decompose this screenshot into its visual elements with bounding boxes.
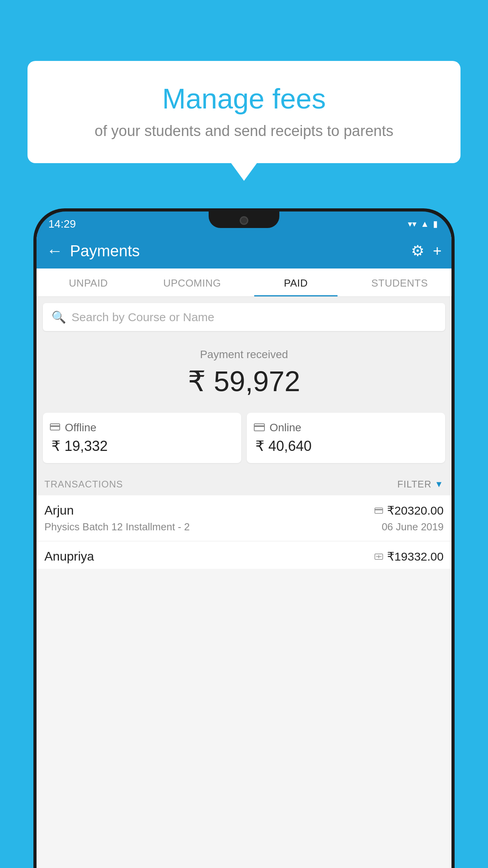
tab-students[interactable]: STUDENTS <box>348 268 451 296</box>
transaction-amount-wrap-2: ₹19332.00 <box>374 550 444 563</box>
svg-rect-4 <box>375 508 383 513</box>
payment-type-icon-2 <box>374 551 383 562</box>
add-button[interactable]: + <box>433 243 442 259</box>
online-icon <box>254 422 265 434</box>
online-card-header: Online <box>254 421 438 434</box>
app-bar: ← Payments ⚙ + <box>37 233 451 268</box>
signal-icon: ▲ <box>420 219 429 229</box>
transaction-name-2: Anupriya <box>44 549 94 564</box>
svg-rect-3 <box>254 425 264 427</box>
transaction-amount-wrap: ₹20320.00 <box>374 504 444 517</box>
transaction-amount: ₹20320.00 <box>387 504 444 517</box>
transaction-item-arjun[interactable]: Arjun ₹20320.00 Physics <box>37 495 451 541</box>
tab-unpaid[interactable]: UNPAID <box>37 268 140 296</box>
online-card: Online ₹ 40,640 <box>247 413 445 463</box>
speech-bubble-container: Manage fees of your students and send re… <box>28 61 460 163</box>
offline-amount: ₹ 19,332 <box>50 438 234 454</box>
transaction-amount-2: ₹19332.00 <box>387 550 444 563</box>
transaction-detail-row: Physics Batch 12 Installment - 2 06 June… <box>44 521 444 533</box>
filter-button[interactable]: FILTER ▼ <box>397 479 444 490</box>
transaction-row-top: Arjun ₹20320.00 <box>44 503 444 518</box>
front-camera <box>240 216 248 225</box>
payment-label: Payment received <box>44 348 444 361</box>
phone-notch <box>209 211 279 228</box>
main-content: 🔍 Search by Course or Name Payment recei… <box>37 297 451 569</box>
search-bar[interactable]: 🔍 Search by Course or Name <box>43 303 445 331</box>
transactions-header: TRANSACTIONS FILTER ▼ <box>37 472 451 495</box>
offline-icon <box>50 422 60 434</box>
svg-rect-2 <box>254 424 264 431</box>
transaction-date: 06 June 2019 <box>382 521 444 533</box>
offline-label: Offline <box>65 421 96 434</box>
phone-inner: 14:29 ▾▾ ▲ ▮ ← Payments ⚙ + UNPAID UPCO <box>37 211 451 868</box>
app-screen: ← Payments ⚙ + UNPAID UPCOMING PAID STUD… <box>37 233 451 868</box>
payment-amount: ₹ 59,972 <box>44 365 444 398</box>
speech-bubble-subtitle: of your students and send receipts to pa… <box>51 123 437 140</box>
search-icon: 🔍 <box>51 310 66 324</box>
tabs-bar: UNPAID UPCOMING PAID STUDENTS <box>37 268 451 297</box>
transaction-name: Arjun <box>44 503 74 518</box>
online-label: Online <box>270 421 301 434</box>
offline-card: Offline ₹ 19,332 <box>43 413 241 463</box>
transaction-course: Physics Batch 12 Installment - 2 <box>44 521 190 533</box>
transactions-label: TRANSACTIONS <box>44 479 123 490</box>
speech-bubble-title: Manage fees <box>51 83 437 115</box>
payment-cards: Offline ₹ 19,332 Online <box>37 406 451 472</box>
offline-card-header: Offline <box>50 421 234 434</box>
app-bar-icons: ⚙ + <box>411 242 442 259</box>
transaction-item-anupriya[interactable]: Anupriya ₹19332.00 <box>37 541 451 569</box>
filter-icon: ▼ <box>435 479 444 489</box>
payment-summary: Payment received ₹ 59,972 <box>37 337 451 406</box>
wifi-icon: ▾▾ <box>408 219 416 229</box>
search-input[interactable]: Search by Course or Name <box>72 311 215 324</box>
status-time: 14:29 <box>48 218 76 230</box>
settings-button[interactable]: ⚙ <box>411 242 424 259</box>
svg-rect-5 <box>375 509 383 510</box>
app-bar-title: Payments <box>70 242 411 260</box>
online-amount: ₹ 40,640 <box>254 438 438 454</box>
speech-bubble: Manage fees of your students and send re… <box>28 61 460 163</box>
phone-frame: 14:29 ▾▾ ▲ ▮ ← Payments ⚙ + UNPAID UPCO <box>33 208 455 868</box>
tab-paid[interactable]: PAID <box>244 268 348 296</box>
payment-type-icon <box>374 505 383 516</box>
transaction-row-top-2: Anupriya ₹19332.00 <box>44 549 444 564</box>
filter-label: FILTER <box>397 479 431 490</box>
tab-upcoming[interactable]: UPCOMING <box>140 268 244 296</box>
battery-icon: ▮ <box>433 219 438 229</box>
svg-rect-1 <box>50 425 60 427</box>
back-button[interactable]: ← <box>46 241 63 260</box>
status-icons: ▾▾ ▲ ▮ <box>408 219 438 229</box>
